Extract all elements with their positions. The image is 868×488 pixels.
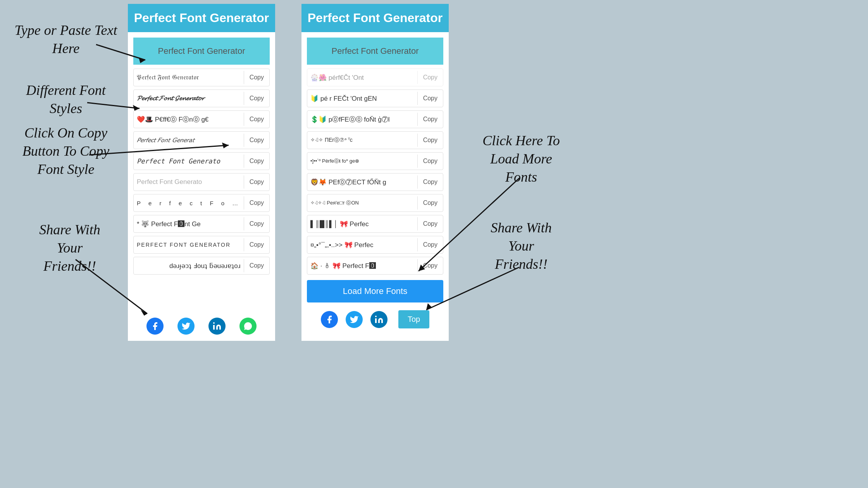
annotation-font-styles: Different FontStyles [14,81,118,118]
annotation-copy-button: Click On CopyButton To CopyFont Style [10,124,122,178]
text-input[interactable] [133,38,270,65]
right-font-row-0: 🎡🌺 pérf€Čt 'Ont Copy [307,69,443,86]
copy-button-4[interactable]: Copy [244,134,269,147]
copy-button-7[interactable]: Copy [244,196,269,210]
left-panel-header: Perfect Font Generator [128,4,275,32]
font-row-7: P e r f e c t F o n t Copy [133,194,270,212]
right-copy-button-7[interactable]: Copy [417,217,443,230]
font-row-3: ❤️🎩 P€ff€⓪ F⓪n⓪ g€ Copy [133,110,270,128]
right-font-row-2: 💲🔰 p⓪fFE⓪⓪ foŇt ģ⑦l Copy [307,110,443,128]
copy-button-6[interactable]: Copy [244,175,269,189]
right-font-text-0: 🎡🌺 pérf€Čt 'Ont [307,71,417,84]
right-bottom-bar: Top [301,306,449,332]
right-font-row-3: ✧·͙✧ ПEr⓪⑦ᵃ ᵀc Copy [307,131,443,149]
font-row-8: * 🐺 Perfect F🅾nt Ge Copy [133,215,270,233]
font-row-2: 𝓟𝓮𝓻𝓯𝓮𝓬𝓽 𝓕𝓸𝓷𝓽 𝓖𝓮𝓷𝓮𝓻𝓪𝓽𝓸𝓻 Copy [133,89,270,107]
right-twitter-button[interactable] [346,311,363,328]
copy-button-5[interactable]: Copy [244,155,269,168]
font-row-5: 𝙿𝚎𝚛𝚏𝚎𝚌𝚝 𝙵𝚘𝚗𝚝 𝙶𝚎𝚗𝚎𝚛𝚊𝚝𝚘 Copy [133,152,270,170]
right-text-input[interactable] [307,38,443,65]
right-font-row-6: ✧·͙✧·͙ Peя'e□т ⓪ON Copy [307,194,443,212]
right-font-text-1: 🔰 pé r FEČt 'Ont gEN [307,92,417,105]
right-facebook-button[interactable] [321,311,338,328]
svg-point-1 [375,316,377,317]
annotation-share-left: Share WithYourFriends!! [21,221,118,275]
right-font-row-9: 🏠 · 🕯 🎀 Perfect F🅾 Copy [307,257,443,275]
linkedin-share-button[interactable] [208,318,226,335]
right-font-text-7: ▌║█║▌│ 🎀 Perfec [307,218,417,230]
right-copy-button-3[interactable]: Copy [417,134,443,147]
font-row-4: 𝘗𝘦𝘳𝘧𝘦𝘤𝘵 𝘍𝘰𝘯𝘵 𝘎𝘦𝘯𝘦𝘳𝘢𝘵 Copy [133,131,270,149]
right-font-text-5: 🦁🦊 PEf⓪⑦ECT fŐŇt g [307,175,417,189]
load-more-button[interactable]: Load More Fonts [307,280,443,302]
font-text-8: * 🐺 Perfect F🅾nt Ge [134,218,244,230]
copy-button-2[interactable]: Copy [244,92,269,105]
right-linkedin-button[interactable] [370,311,388,328]
right-font-text-6: ✧·͙✧·͙ Peя'e□т ⓪ON [307,197,417,209]
annotation-load-more: Click Here ToLoad MoreFonts [469,132,574,186]
top-button[interactable]: Top [398,310,429,328]
right-font-row-8: ¤„•°¯„,•..>> 🎀 Perfec Copy [307,236,443,254]
right-font-row-4: •]••´º Pèrfe⓪ŧ fo* ge⊗ Copy [307,152,443,170]
copy-button-8[interactable]: Copy [244,217,269,230]
right-copy-button-4[interactable]: Copy [417,155,443,168]
whatsapp-share-button[interactable] [239,318,257,335]
left-social-bar [128,311,275,341]
right-font-row-5: 🦁🦊 PEf⓪⑦ECT fŐŇt g Copy [307,173,443,191]
font-text-6: Perfect Font Generato [134,176,244,188]
copy-button-1[interactable]: Copy [244,71,269,84]
annotation-share-right: Share WithYourFriends!! [469,219,574,273]
font-text-9: PERFECT FONT GENERATOR [134,239,244,250]
copy-button-10[interactable]: Copy [244,259,269,272]
right-copy-button-5[interactable]: Copy [417,175,443,189]
font-text-2: 𝓟𝓮𝓻𝓯𝓮𝓬𝓽 𝓕𝓸𝓷𝓽 𝓖𝓮𝓷𝓮𝓻𝓪𝓽𝓸𝓻 [134,92,244,105]
right-font-text-2: 💲🔰 p⓪fFE⓪⓪ foŇt ģ⑦l [307,113,417,126]
font-text-5: 𝙿𝚎𝚛𝚏𝚎𝚌𝚝 𝙵𝚘𝚗𝚝 𝙶𝚎𝚗𝚎𝚛𝚊𝚝𝚘 [134,155,244,168]
right-font-text-8: ¤„•°¯„,•..>> 🎀 Perfec [307,239,417,251]
font-row-1: 𝔓𝔢𝔯𝔣𝔢𝔠𝔱 𝔉𝔬𝔫𝔱 𝔊𝔢𝔫𝔢𝔯𝔞𝔱𝔬𝔯 Copy [133,69,270,86]
right-font-row-7: ▌║█║▌│ 🎀 Perfec Copy [307,215,443,233]
right-copy-button-6[interactable]: Copy [417,196,443,210]
font-text-7: P e r f e c t F o n t [134,198,244,209]
copy-button-9[interactable]: Copy [244,238,269,251]
right-font-text-4: •]••´º Pèrfe⓪ŧ fo* ge⊗ [307,155,417,167]
right-copy-button-0[interactable]: Copy [417,71,443,84]
font-row-10: ɹoʇɐɹǝuǝƃ ʇuoℲ ʇɔǝɟɹǝd Copy [133,257,270,275]
font-row-9: PERFECT FONT GENERATOR Copy [133,236,270,254]
font-text-10: ɹoʇɐɹǝuǝƃ ʇuoℲ ʇɔǝɟɹǝd [134,259,244,272]
right-font-row-1: 🔰 pé r FEČt 'Ont gEN Copy [307,89,443,107]
right-phone-panel: Perfect Font Generator 🎡🌺 pérf€Čt 'Ont C… [301,4,449,341]
font-text-4: 𝘗𝘦𝘳𝘧𝘦𝘤𝘵 𝘍𝘰𝘯𝘵 𝘎𝘦𝘯𝘦𝘳𝘢𝘵 [134,134,244,146]
copy-button-3[interactable]: Copy [244,113,269,126]
font-row-6: Perfect Font Generato Copy [133,173,270,191]
annotation-type-paste: Type or Paste TextHere [14,21,118,58]
facebook-share-button[interactable] [146,318,164,335]
right-copy-button-9[interactable]: Copy [417,259,443,272]
right-font-text-9: 🏠 · 🕯 🎀 Perfect F🅾 [307,259,417,272]
right-copy-button-8[interactable]: Copy [417,238,443,251]
twitter-share-button[interactable] [177,318,195,335]
right-copy-button-1[interactable]: Copy [417,92,443,105]
right-panel-header: Perfect Font Generator [301,4,449,32]
left-phone-panel: Perfect Font Generator 𝔓𝔢𝔯𝔣𝔢𝔠𝔱 𝔉𝔬𝔫𝔱 𝔊𝔢𝔫𝔢… [128,4,275,341]
right-copy-button-2[interactable]: Copy [417,113,443,126]
font-text-3: ❤️🎩 P€ff€⓪ F⓪n⓪ g€ [134,113,244,126]
svg-point-0 [213,322,215,324]
font-text-1: 𝔓𝔢𝔯𝔣𝔢𝔠𝔱 𝔉𝔬𝔫𝔱 𝔊𝔢𝔫𝔢𝔯𝔞𝔱𝔬𝔯 [134,71,244,84]
right-font-text-3: ✧·͙✧ ПEr⓪⑦ᵃ ᵀc [307,134,417,146]
